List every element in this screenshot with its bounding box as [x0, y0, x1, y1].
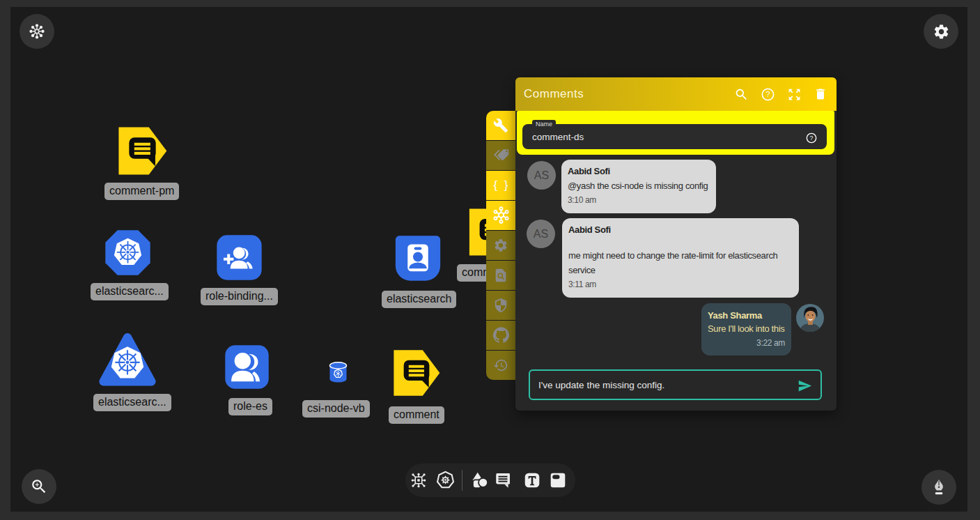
svg-text:?: ?: [765, 90, 770, 98]
svg-text:?: ?: [810, 135, 814, 142]
